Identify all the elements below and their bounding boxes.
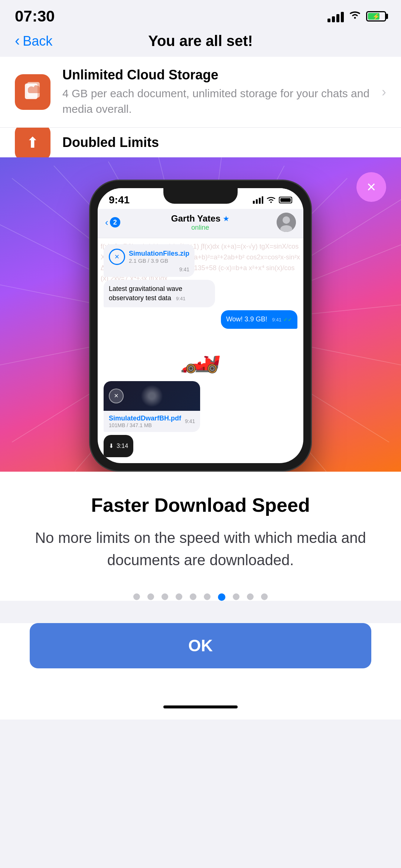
message-video: ⬇ 3:14: [104, 435, 133, 457]
message-text-outgoing: Wow! 3.9 GB! 9:41 ✓✓: [221, 310, 297, 328]
dot-7-active[interactable]: [218, 593, 225, 601]
cloud-storage-desc: 4 GB per each document, unlimited storag…: [62, 86, 376, 117]
status-icons: ⚡: [327, 10, 386, 23]
wifi-icon: [348, 10, 362, 23]
pdf-preview-thumbnail: ×: [104, 381, 200, 411]
svg-point-27: [283, 216, 290, 224]
phone-mockup: 9:41: [89, 180, 312, 472]
pagination-dots: [22, 593, 379, 601]
signal-bars-icon: [327, 10, 344, 22]
chat-messages: × SimulationFiles.zip 2.1 GB / 3.9 GB 9:…: [98, 238, 303, 463]
cloud-storage-title: Unlimited Cloud Storage: [62, 67, 376, 83]
chat-back-chevron-icon: ‹: [105, 217, 108, 228]
pdf-cancel-button[interactable]: ×: [109, 389, 124, 403]
chat-contact-name: Garth Yates: [171, 213, 221, 224]
message-file-zip: × SimulationFiles.zip 2.1 GB / 3.9 GB 9:…: [104, 244, 195, 277]
pdf-file-size: 101MB / 347.1 MB: [109, 422, 181, 428]
sticker-emoji: 🏎️: [180, 335, 221, 374]
chat-badge: 2: [110, 217, 120, 227]
phone-frame: 9:41: [89, 180, 312, 472]
status-time: 07:30: [15, 7, 55, 25]
dot-8[interactable]: [233, 593, 239, 600]
video-duration: 3:14: [117, 443, 128, 449]
phone-battery-icon: [279, 197, 292, 203]
chat-back-button[interactable]: ‹ 2: [105, 217, 120, 228]
pdf-msg-time: 9:41: [185, 418, 195, 424]
bottom-section: Faster Download Speed No more limits on …: [0, 472, 401, 601]
nav-title: You are all set!: [148, 33, 253, 49]
pdf-cancel-icon: ×: [114, 392, 118, 400]
message-pdf: × SimulatedDwarfBH.pdf 101MB / 347.1 MB …: [104, 381, 200, 432]
dot-4[interactable]: [176, 593, 182, 600]
chat-star-icon: ★: [223, 214, 229, 223]
close-icon: ×: [367, 179, 376, 195]
ok-button[interactable]: OK: [30, 623, 371, 668]
chat-online-status: online: [124, 224, 277, 232]
svg-rect-22: [253, 201, 255, 204]
outgoing-text: Wow! 3.9 GB!: [226, 315, 267, 323]
phone-screen: 9:41: [98, 188, 303, 463]
home-indicator-area: [0, 698, 401, 720]
doubled-limits-title: Doubled Limits: [62, 135, 386, 150]
chat-header: ‹ 2 Garth Yates ★ online: [98, 209, 303, 238]
zip-file-size: 2.1 GB / 3.9 GB: [129, 258, 189, 264]
phone-wifi-icon: [266, 196, 276, 204]
back-chevron-icon: ‹: [15, 33, 20, 48]
status-bar: 07:30 ⚡: [0, 0, 401, 29]
message-text-incoming: Latest gravitational wave observatory te…: [104, 280, 215, 307]
feature-item-doubled[interactable]: ⬆ Doubled Limits: [0, 128, 401, 157]
nav-bar: ‹ Back You are all set!: [0, 29, 401, 57]
battery-icon: ⚡: [366, 11, 386, 22]
svg-rect-23: [256, 199, 258, 204]
download-icon: ⬇: [109, 442, 114, 449]
zip-msg-time: 9:41: [109, 266, 189, 272]
dot-2[interactable]: [147, 593, 154, 600]
feature-list: Unlimited Cloud Storage 4 GB per each do…: [0, 57, 401, 157]
doubled-limits-icon: ⬆: [15, 128, 50, 157]
cloud-storage-icon: [15, 74, 50, 110]
dot-10[interactable]: [261, 593, 268, 600]
svg-rect-25: [262, 196, 263, 204]
home-indicator-bar: [163, 705, 238, 708]
phone-status-icons: [253, 196, 292, 204]
phone-time: 9:41: [109, 194, 130, 206]
chat-avatar[interactable]: [277, 213, 296, 232]
feature-heading: Faster Download Speed: [22, 494, 379, 516]
cancel-icon: ×: [115, 252, 120, 262]
svg-rect-24: [259, 198, 261, 204]
outgoing-time: 9:41: [272, 317, 281, 322]
back-label[interactable]: Back: [23, 33, 52, 49]
back-button[interactable]: ‹ Back: [15, 33, 52, 49]
modal-overlay: × 9:41: [0, 157, 401, 472]
phone-notch: [163, 188, 238, 204]
dot-1[interactable]: [133, 593, 140, 600]
sticker-message: 🏎️: [104, 332, 297, 378]
incoming-text: Latest gravitational wave observatory te…: [109, 285, 182, 302]
close-button[interactable]: ×: [356, 172, 386, 202]
dot-5[interactable]: [190, 593, 196, 600]
zip-file-name: SimulationFiles.zip: [129, 250, 189, 258]
dot-3[interactable]: [162, 593, 168, 600]
pdf-file-name: SimulatedDwarfBH.pdf: [109, 415, 181, 422]
avatar-image: [277, 213, 296, 232]
read-check-icon: ✓✓: [283, 317, 292, 322]
chevron-right-icon: ›: [382, 84, 386, 100]
dot-6[interactable]: [204, 593, 211, 600]
phone-signal-icon: [253, 196, 263, 204]
feature-description: No more limits on the speed with which m…: [22, 527, 379, 571]
incoming-time: 9:41: [176, 296, 185, 301]
dot-9[interactable]: [247, 593, 254, 600]
file-cancel-button[interactable]: ×: [109, 249, 125, 265]
feature-item-cloud[interactable]: Unlimited Cloud Storage 4 GB per each do…: [0, 57, 401, 128]
